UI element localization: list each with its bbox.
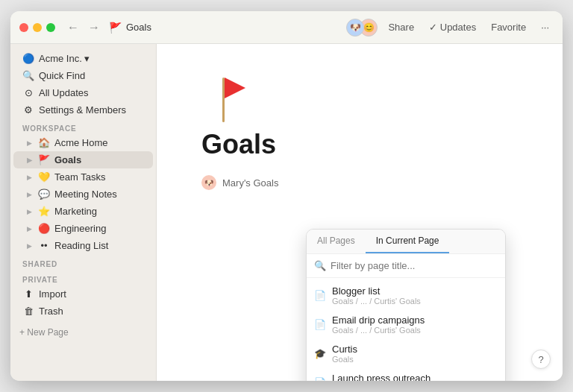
restore-button[interactable]: ↩ [469, 376, 481, 382]
sidebar-item-marketing[interactable]: ▶ ⭐ Marketing [13, 203, 153, 220]
tab-current-page[interactable]: In Current Page [366, 230, 450, 253]
sidebar-item-trash[interactable]: 🗑 Trash [13, 303, 153, 320]
share-button[interactable]: Share [383, 19, 419, 35]
avatar-1: 🐶 [346, 19, 364, 37]
content-area: 🔵 Acme Inc. ▾ 🔍 Quick Find ⊙ All Updates… [10, 44, 563, 381]
main-content: Goals 🐶 Mary's Goals All Pages In Curren… [157, 44, 563, 381]
marketing-icon: ⭐ [38, 206, 50, 217]
sidebar-item-engineering[interactable]: ▶ 🔴 Engineering [13, 220, 153, 237]
restore-button[interactable]: ↩ [469, 347, 481, 361]
item-title: Launch press outreach [332, 373, 463, 381]
item-title: Blogger list [332, 285, 463, 297]
private-section-label: PRIVATE [10, 270, 156, 285]
item-content: Blogger list Goals / ... / Curtis' Goals [332, 285, 463, 306]
item-content: Curtis Goals [332, 344, 463, 364]
trash-icon: 🗑 [22, 306, 34, 317]
app-window: ← → 🚩 Goals 🐶 😊 Share ✓ Updates Favorite… [10, 11, 563, 381]
flag-icon: 🚩 [38, 154, 50, 165]
sidebar-item-quick-find[interactable]: 🔍 Quick Find [13, 67, 153, 84]
forward-button[interactable]: → [85, 19, 103, 36]
close-button[interactable] [19, 23, 28, 32]
list-item[interactable]: 🎓 Curtis Goals ↩ 🗑 [307, 339, 505, 368]
sidebar-item-label: Goals [54, 154, 81, 165]
favorite-button[interactable]: Favorite [486, 19, 530, 35]
sidebar-item-meeting-notes[interactable]: ▶ 💬 Meeting Notes [13, 186, 153, 203]
arrow-icon: ▶ [27, 208, 32, 215]
sidebar-item-all-updates[interactable]: ⊙ All Updates [13, 84, 153, 101]
sidebar-item-label: Import [39, 288, 66, 300]
workspace-section-label: WORKSPACE [10, 118, 156, 134]
sidebar-item-label: Settings & Members [39, 104, 126, 116]
minimize-button[interactable] [33, 23, 42, 32]
back-button[interactable]: ← [64, 19, 82, 36]
sidebar-item-settings[interactable]: ⚙ Settings & Members [13, 101, 153, 118]
sidebar-item-label: Meeting Notes [54, 189, 117, 200]
item-path: Goals / ... / Curtis' Goals [332, 326, 463, 335]
sidebar-item-import[interactable]: ⬆ Import [13, 285, 153, 303]
sidebar: 🔵 Acme Inc. ▾ 🔍 Quick Find ⊙ All Updates… [10, 44, 157, 381]
updates-button[interactable]: ✓ Updates [425, 19, 480, 35]
eng-icon: 🔴 [38, 223, 50, 234]
item-title: Curtis [332, 344, 463, 355]
sidebar-item-label: Trash [39, 306, 63, 317]
sidebar-item-label: Acme Home [54, 137, 108, 148]
search-input[interactable] [331, 260, 498, 271]
item-path: Goals / ... / Curtis' Goals [332, 297, 463, 306]
item-content: Launch press outreach Goals / ... / Curt… [332, 373, 463, 381]
sidebar-item-team-tasks[interactable]: ▶ 💛 Team Tasks [13, 168, 153, 186]
arrow-icon: ▶ [27, 242, 32, 250]
sidebar-item-acme-inc[interactable]: 🔵 Acme Inc. ▾ [13, 50, 153, 67]
new-page-label: + New Page [19, 327, 69, 338]
sidebar-item-label: Quick Find [39, 70, 85, 81]
maximize-button[interactable] [46, 23, 55, 32]
trash-popup: All Pages In Current Page 🔍 📄 Blogger li… [306, 229, 506, 381]
author-name: Mary's Goals [222, 177, 278, 189]
popup-search-bar: 🔍 [307, 254, 505, 278]
new-page-button[interactable]: + New Page [10, 323, 156, 342]
list-item[interactable]: 📄 Email drip campaigns Goals / ... / Cur… [307, 310, 505, 339]
page-title: Goals [201, 129, 518, 160]
home-icon: 🏠 [38, 137, 50, 148]
titlebar: ← → 🚩 Goals 🐶 😊 Share ✓ Updates Favorite… [10, 11, 563, 44]
delete-button[interactable]: 🗑 [484, 376, 498, 382]
delete-button[interactable]: 🗑 [484, 288, 498, 303]
search-icon: 🔍 [22, 70, 34, 81]
arrow-icon: ▶ [27, 139, 32, 147]
search-icon: 🔍 [314, 260, 326, 271]
sidebar-item-label: Marketing [54, 206, 97, 217]
delete-button[interactable]: 🗑 [484, 347, 498, 361]
list-item[interactable]: 📄 Blogger list Goals / ... / Curtis' Goa… [307, 281, 505, 310]
item-content: Email drip campaigns Goals / ... / Curti… [332, 314, 463, 335]
user-avatars: 🐶 😊 [346, 19, 378, 37]
more-button[interactable]: ··· [536, 19, 554, 35]
hat-icon: 🎓 [314, 348, 326, 359]
reading-icon: •• [38, 240, 50, 251]
titlebar-right: 🐶 😊 Share ✓ Updates Favorite ··· [346, 19, 554, 37]
acme-icon: 🔵 [22, 53, 34, 64]
author-avatar: 🐶 [201, 175, 216, 190]
delete-button[interactable]: 🗑 [484, 317, 498, 332]
sidebar-item-acme-home[interactable]: ▶ 🏠 Acme Home [13, 134, 153, 151]
sidebar-item-reading-list[interactable]: ▶ •• Reading List [13, 237, 153, 254]
sidebar-item-label: Engineering [54, 223, 106, 234]
list-item[interactable]: 📄 Launch press outreach Goals / ... / Cu… [307, 368, 505, 381]
help-button[interactable]: ? [531, 350, 551, 369]
popup-list: 📄 Blogger list Goals / ... / Curtis' Goa… [307, 278, 505, 381]
arrow-icon: ▶ [27, 191, 32, 198]
restore-button[interactable]: ↩ [469, 288, 481, 303]
author-row: 🐶 Mary's Goals [201, 175, 518, 190]
sidebar-item-label: Team Tasks [54, 171, 105, 183]
doc-icon: 📄 [314, 377, 326, 381]
doc-icon: 📄 [314, 319, 326, 330]
nav-buttons: ← → [64, 19, 103, 36]
sidebar-item-goals[interactable]: ▶ 🚩 Goals [13, 151, 153, 168]
breadcrumb-title: Goals [126, 22, 151, 33]
sidebar-item-label: Reading List [54, 240, 108, 251]
sidebar-item-label: Acme Inc. ▾ [39, 53, 90, 64]
popup-tabs: All Pages In Current Page [307, 230, 505, 254]
shared-section-label: SHARED [10, 254, 156, 270]
restore-button[interactable]: ↩ [469, 317, 481, 332]
item-path: Goals [332, 355, 463, 364]
tasks-icon: 💛 [38, 171, 50, 183]
tab-all-pages[interactable]: All Pages [307, 230, 366, 253]
